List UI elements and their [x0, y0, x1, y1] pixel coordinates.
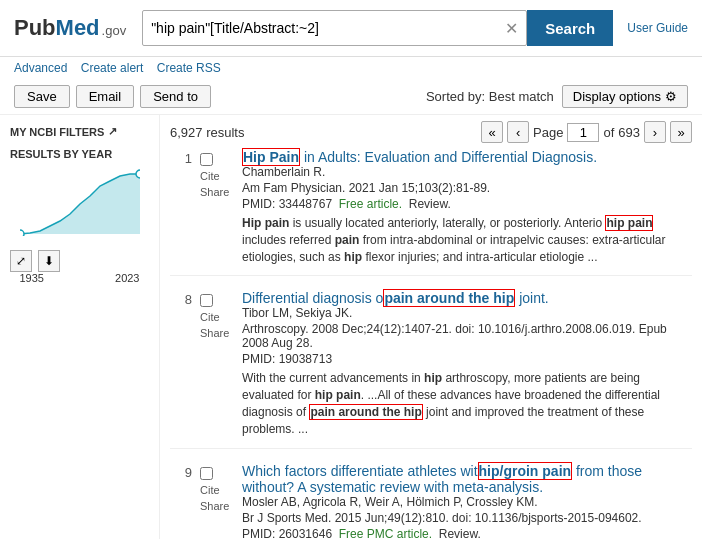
- advanced-link[interactable]: Advanced: [14, 61, 67, 75]
- chart-controls: ⤢ ⬇: [10, 250, 149, 272]
- article-journal: Arthroscopy. 2008 Dec;24(12):1407-21. do…: [242, 322, 692, 350]
- toolbar-left: Save Email Send to: [14, 85, 211, 108]
- share-label: Share: [200, 500, 229, 512]
- user-guide-link[interactable]: User Guide: [627, 21, 688, 35]
- title-after: joint.: [515, 290, 548, 306]
- title-after: in Adults: Evaluation and Differential D…: [300, 149, 597, 165]
- toolbar: Save Email Send to Sorted by: Best match…: [0, 79, 702, 115]
- page-of-label: of: [603, 125, 614, 140]
- main: MY NCBI FILTERS ↗ RESULTS BY YEAR ⤢ ⬇ 19…: [0, 115, 702, 539]
- my-ncbi-filters-label: MY NCBI FILTERS ↗: [10, 125, 149, 138]
- article-pmid: PMID: 26031646 Free PMC article. Review.: [242, 527, 692, 539]
- page-total: 693: [618, 125, 640, 140]
- logo-pub: Pub: [14, 15, 56, 41]
- chart-svg: [20, 166, 140, 236]
- header-links: User Guide: [623, 21, 688, 35]
- article-actions: Cite Share: [200, 290, 238, 437]
- article-actions: Cite Share: [200, 463, 238, 539]
- article-content: Hip Pain in Adults: Evaluation and Diffe…: [242, 149, 692, 265]
- title-highlight-box: hip/groin pain: [478, 462, 573, 480]
- article-number: 9: [170, 463, 200, 539]
- next-page-button[interactable]: ›: [644, 121, 666, 143]
- display-options-label: Display options: [573, 89, 661, 104]
- search-input[interactable]: [143, 20, 497, 36]
- article-authors: Chamberlain R.: [242, 165, 692, 179]
- article-number: 1: [170, 149, 200, 265]
- email-button[interactable]: Email: [76, 85, 135, 108]
- article-content: Which factors differentiate athletes wit…: [242, 463, 692, 539]
- title-highlight-box: Hip Pain: [242, 148, 300, 166]
- free-article-badge: Free article.: [339, 197, 402, 211]
- prev-page-button[interactable]: ‹: [507, 121, 529, 143]
- abstract-pain-around-hip-bold: pain around the hip: [310, 405, 421, 419]
- create-alert-link[interactable]: Create alert: [81, 61, 144, 75]
- results-header: 6,927 results « ‹ Page of 693 › »: [170, 121, 692, 143]
- search-button[interactable]: Search: [527, 10, 613, 46]
- year-start: 1935: [20, 272, 44, 284]
- external-link-icon: ↗: [108, 125, 117, 138]
- article-title-link[interactable]: Hip Pain in Adults: Evaluation and Diffe…: [242, 149, 597, 165]
- abstract-hip-bold: hip: [344, 250, 362, 264]
- results-by-year-label: RESULTS BY YEAR: [10, 148, 149, 160]
- svg-point-2: [136, 170, 140, 178]
- article-title-link[interactable]: Which factors differentiate athletes wit…: [242, 463, 642, 495]
- abstract-pain-bold: pain: [335, 233, 360, 247]
- logo: PubMed.gov: [14, 15, 126, 41]
- article-authors: Tibor LM, Sekiya JK.: [242, 306, 692, 320]
- article-abstract: With the current advancements in hip art…: [242, 370, 692, 437]
- article-journal: Am Fam Physician. 2021 Jan 15;103(2):81-…: [242, 181, 692, 195]
- last-page-button[interactable]: »: [670, 121, 692, 143]
- share-label: Share: [200, 186, 229, 198]
- toolbar-right: Sorted by: Best match Display options ⚙: [426, 85, 688, 108]
- article-pmid: PMID: 33448767 Free article. Review.: [242, 197, 692, 211]
- page-label: Page: [533, 125, 563, 140]
- title-before: Differential diagnosis o: [242, 290, 383, 306]
- free-pmc-badge: Free PMC article.: [339, 527, 432, 539]
- year-range: 1935 2023: [20, 272, 140, 284]
- clear-search-button[interactable]: ✕: [497, 19, 526, 38]
- article-actions: Cite Share: [200, 149, 238, 265]
- svg-point-1: [20, 230, 24, 236]
- cite-label: Cite: [200, 311, 220, 323]
- logo-med: Med: [56, 15, 100, 41]
- table-row: 9 Cite Share Which factors differentiate…: [170, 463, 692, 539]
- share-label: Share: [200, 327, 229, 339]
- first-page-button[interactable]: «: [481, 121, 503, 143]
- article-journal: Br J Sports Med. 2015 Jun;49(12):810. do…: [242, 511, 692, 525]
- results-count: 6,927 results: [170, 125, 244, 140]
- download-chart-button[interactable]: ⬇: [38, 250, 60, 272]
- header: PubMed.gov ✕ Search User Guide Advanced …: [0, 0, 702, 79]
- article-pmid: PMID: 19038713: [242, 352, 692, 366]
- sub-header: Advanced Create alert Create RSS: [0, 57, 702, 79]
- logo-dot-gov: .gov: [102, 23, 127, 38]
- pagination: « ‹ Page of 693 › »: [481, 121, 692, 143]
- sidebar: MY NCBI FILTERS ↗ RESULTS BY YEAR ⤢ ⬇ 19…: [0, 115, 160, 539]
- article-checkbox[interactable]: [200, 294, 213, 307]
- display-options-button[interactable]: Display options ⚙: [562, 85, 688, 108]
- svg-marker-0: [20, 174, 140, 234]
- abstract-hip-pain-bold: hip pain: [315, 388, 361, 402]
- create-rss-link[interactable]: Create RSS: [157, 61, 221, 75]
- article-abstract: Hip pain is usually located anteriorly, …: [242, 215, 692, 265]
- article-title-link[interactable]: Differential diagnosis opain around the …: [242, 290, 549, 306]
- title-before: Which factors differentiate athletes wit: [242, 463, 478, 479]
- year-chart: [20, 166, 140, 246]
- article-checkbox[interactable]: [200, 467, 213, 480]
- gear-icon: ⚙: [665, 89, 677, 104]
- cite-label: Cite: [200, 484, 220, 496]
- title-highlight-box: pain around the hip: [383, 289, 515, 307]
- article-checkbox[interactable]: [200, 153, 213, 166]
- article-content: Differential diagnosis opain around the …: [242, 290, 692, 437]
- article-authors: Mosler AB, Agricola R, Weir A, Hölmich P…: [242, 495, 692, 509]
- abstract-highlight-box: pain around the hip: [309, 404, 422, 420]
- send-to-button[interactable]: Send to: [140, 85, 211, 108]
- abstract-hip-pain-bold: hip pain: [606, 216, 652, 230]
- year-end: 2023: [115, 272, 139, 284]
- table-row: 8 Cite Share Differential diagnosis opai…: [170, 290, 692, 448]
- sorted-by-label: Sorted by: Best match: [426, 89, 554, 104]
- page-input[interactable]: [567, 123, 599, 142]
- table-row: 1 Cite Share Hip Pain in Adults: Evaluat…: [170, 149, 692, 276]
- save-button[interactable]: Save: [14, 85, 70, 108]
- abstract-bold-hip-pain: Hip pain: [242, 216, 289, 230]
- expand-chart-button[interactable]: ⤢: [10, 250, 32, 272]
